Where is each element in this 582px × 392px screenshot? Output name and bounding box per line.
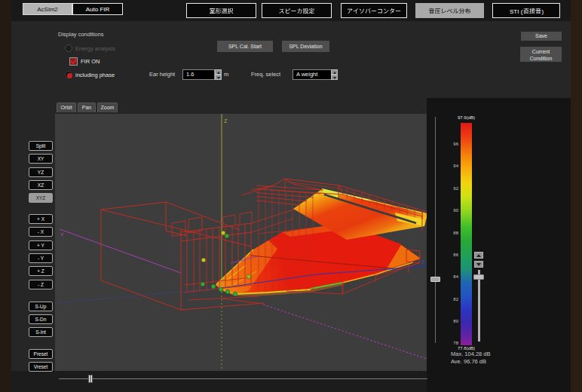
svg-text:STI (: STI ( [510,8,523,15]
svg-text:Y: Y [60,232,64,237]
svg-text:): ) [542,8,544,15]
svg-text:Z: Z [224,118,228,124]
svg-text:X: X [421,259,425,265]
